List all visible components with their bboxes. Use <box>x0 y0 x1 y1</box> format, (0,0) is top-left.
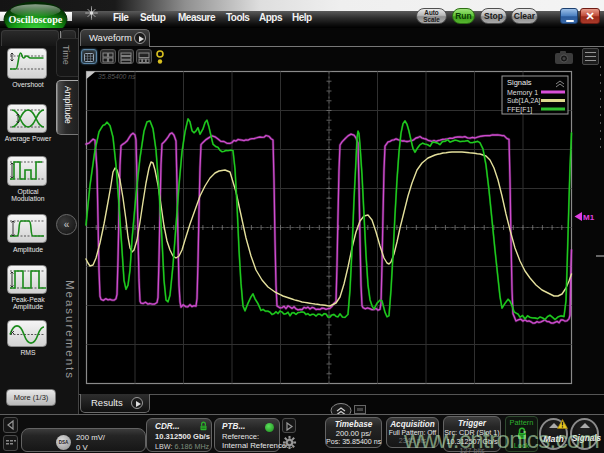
svg-text:Signals: Signals <box>507 78 532 87</box>
svg-text:Sub[1A,2A]: Sub[1A,2A] <box>507 97 541 105</box>
svg-text:FFE[F1]: FFE[F1] <box>507 106 532 114</box>
svg-text:35.85400 ns: 35.85400 ns <box>98 73 136 80</box>
svg-text:Memory 1: Memory 1 <box>507 89 538 97</box>
svg-text:M1: M1 <box>583 213 595 222</box>
